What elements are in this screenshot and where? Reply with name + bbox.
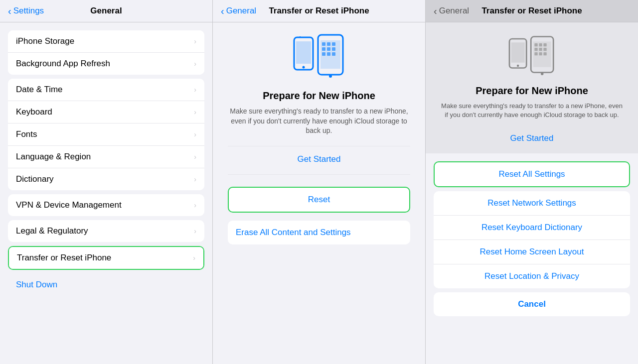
shut-down-label: Shut Down — [16, 280, 57, 289]
svg-rect-14 — [327, 52, 330, 56]
reset-network-settings-button[interactable]: Reset Network Settings — [434, 191, 630, 216]
svg-rect-24 — [543, 43, 546, 46]
panel2-main-content: Prepare for New iPhone Make sure everyth… — [213, 22, 425, 364]
get-started-button[interactable]: Get Started — [298, 154, 341, 164]
svg-rect-10 — [322, 47, 325, 51]
settings-item-language-region[interactable]: Language & Region › — [8, 146, 204, 168]
chevron-left-icon: ‹ — [8, 5, 11, 17]
cancel-card: Cancel — [434, 292, 630, 316]
svg-rect-7 — [322, 42, 325, 46]
panel-transfer-reset: ‹ General Transfer or Reset iPhone — [213, 0, 426, 364]
item-label-language-region: Language & Region — [16, 152, 194, 162]
cancel-button[interactable]: Cancel — [434, 292, 630, 316]
svg-point-6 — [329, 75, 332, 78]
settings-item-fonts[interactable]: Fonts › — [8, 123, 204, 146]
back-to-general[interactable]: ‹ General — [221, 5, 256, 17]
settings-item-dictionary[interactable]: Dictionary › — [8, 168, 204, 190]
prepare-title: Prepare for New iPhone — [263, 90, 375, 102]
item-label-transfer-reset: Transfer or Reset iPhone — [17, 253, 193, 263]
svg-point-18 — [517, 65, 519, 67]
svg-rect-11 — [327, 47, 330, 51]
settings-item-date-time[interactable]: Date & Time › — [8, 79, 204, 101]
back-to-general-2[interactable]: ‹ General — [434, 5, 469, 17]
svg-rect-13 — [322, 52, 325, 56]
chevron-icon: › — [194, 60, 196, 68]
erase-card: Erase All Content and Settings — [228, 221, 410, 244]
chevron-icon: › — [194, 227, 196, 235]
item-label-fonts: Fonts — [16, 129, 194, 139]
settings-item-legal[interactable]: Legal & Regulatory › — [8, 220, 204, 242]
get-started-button-2[interactable]: Get Started — [510, 133, 554, 143]
svg-rect-28 — [534, 52, 537, 55]
settings-group-datetime: Date & Time › Keyboard › Fonts › Languag… — [8, 79, 204, 190]
reset-keyboard-dictionary-button[interactable]: Reset Keyboard Dictionary — [434, 216, 630, 240]
svg-rect-17 — [511, 42, 525, 63]
svg-rect-27 — [543, 48, 546, 51]
item-label-date-time: Date & Time — [16, 85, 194, 95]
back-to-settings[interactable]: ‹ Settings — [8, 5, 44, 17]
back-label: Settings — [13, 6, 44, 16]
shut-down-button[interactable]: Shut Down — [8, 274, 204, 296]
back-label-general: General — [226, 6, 256, 16]
item-label-iphone-storage: iPhone Storage — [16, 36, 194, 46]
item-label-dictionary: Dictionary — [16, 174, 194, 184]
nav-bar-reset: ‹ General Transfer or Reset iPhone — [426, 0, 638, 22]
settings-group-vpn: VPN & Device Management › — [8, 194, 204, 216]
item-label-background-app-refresh: Background App Refresh — [16, 59, 194, 69]
chevron-icon: › — [194, 130, 196, 138]
settings-item-background-app-refresh[interactable]: Background App Refresh › — [8, 53, 204, 75]
settings-item-keyboard[interactable]: Keyboard › — [8, 101, 204, 123]
svg-rect-23 — [539, 43, 542, 46]
reset-button[interactable]: Reset — [229, 188, 409, 212]
settings-list: iPhone Storage › Background App Refresh … — [0, 22, 212, 364]
divider-1 — [228, 146, 410, 146]
panel-reset-options: ‹ General Transfer or Reset iPhone — [426, 0, 638, 364]
reset-all-settings-card: Reset All Settings — [434, 161, 630, 187]
nav-title-transfer: Transfer or Reset iPhone — [269, 6, 369, 16]
nav-bar-transfer: ‹ General Transfer or Reset iPhone — [213, 0, 425, 22]
item-label-legal: Legal & Regulatory — [16, 226, 194, 236]
svg-rect-8 — [327, 42, 330, 46]
panel3-reset-list: Reset All Settings Reset Network Setting… — [426, 153, 638, 364]
chevron-icon: › — [194, 153, 196, 161]
reset-home-screen-layout-button[interactable]: Reset Home Screen Layout — [434, 240, 630, 264]
reset-options-card: Reset Network Settings Reset Keyboard Di… — [434, 191, 630, 288]
reset-card: Reset — [228, 187, 410, 213]
svg-rect-25 — [534, 48, 537, 51]
prepare-title-2: Prepare for New iPhone — [476, 85, 588, 97]
nav-bar-general: ‹ Settings General — [0, 0, 212, 22]
settings-item-transfer-reset[interactable]: Transfer or Reset iPhone › — [9, 247, 203, 269]
svg-rect-29 — [539, 52, 542, 55]
settings-group-legal: Legal & Regulatory › — [8, 220, 204, 242]
erase-all-button[interactable]: Erase All Content and Settings — [228, 221, 410, 244]
svg-rect-15 — [332, 52, 335, 56]
settings-item-iphone-storage[interactable]: iPhone Storage › — [8, 30, 204, 53]
svg-rect-30 — [543, 52, 546, 55]
item-label-vpn: VPN & Device Management — [16, 200, 194, 210]
svg-point-21 — [541, 73, 543, 75]
svg-rect-26 — [539, 48, 542, 51]
svg-rect-22 — [534, 43, 537, 46]
nav-title-general: General — [90, 6, 122, 16]
settings-group-transfer: Transfer or Reset iPhone › — [8, 246, 204, 270]
svg-rect-9 — [332, 42, 335, 46]
reset-all-settings-button[interactable]: Reset All Settings — [435, 162, 629, 186]
settings-group-storage: iPhone Storage › Background App Refresh … — [8, 30, 204, 75]
item-label-keyboard: Keyboard — [16, 107, 194, 117]
chevron-icon: › — [194, 37, 196, 45]
chevron-icon: › — [194, 86, 196, 94]
chevron-icon: › — [193, 254, 195, 262]
prepare-desc: Make sure everything's ready to transfer… — [228, 107, 410, 136]
chevron-icon: › — [194, 201, 196, 209]
chevron-icon: › — [194, 175, 196, 183]
nav-title-reset: Transfer or Reset iPhone — [481, 6, 582, 16]
reset-location-privacy-button[interactable]: Reset Location & Privacy — [434, 264, 630, 288]
svg-rect-12 — [332, 47, 335, 51]
chevron-left-icon: ‹ — [221, 5, 224, 17]
iphone-transfer-illustration — [289, 32, 349, 84]
chevron-left-icon-gray: ‹ — [434, 5, 437, 17]
back-label-general-2: General — [439, 6, 469, 16]
panel-general: ‹ Settings General iPhone Storage › Back… — [0, 0, 213, 364]
svg-point-2 — [303, 66, 305, 69]
settings-item-vpn[interactable]: VPN & Device Management › — [8, 194, 204, 216]
